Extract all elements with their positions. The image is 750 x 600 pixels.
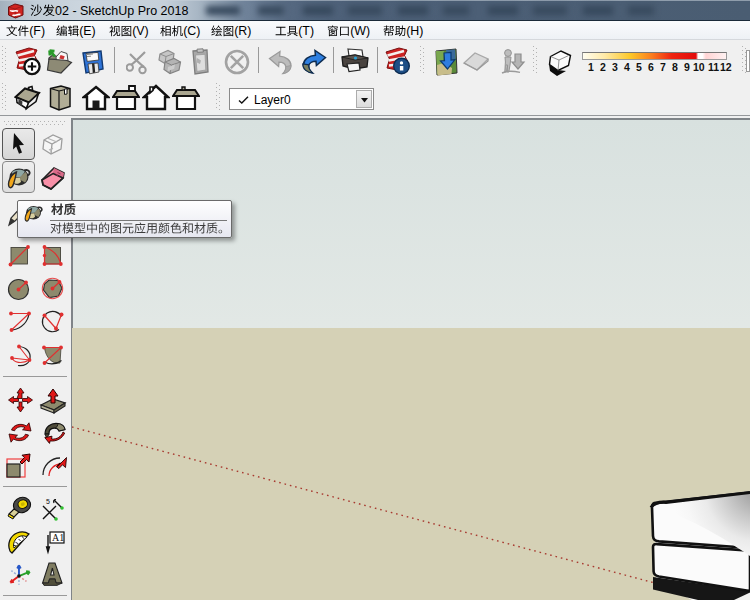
svg-text:(R): (R) [234,24,251,38]
svg-text:(H): (H) [406,24,423,38]
svg-text:(V): (V) [132,24,149,38]
svg-text:(C): (C) [183,24,200,38]
svg-text:(W): (W) [350,24,370,38]
svg-text:(F): (F) [29,24,45,38]
svg-text:5: 5 [46,498,50,505]
svg-text:A1: A1 [52,532,64,543]
svg-text:(E): (E) [79,24,96,38]
svg-text:(T): (T) [298,24,314,38]
svg-text:02 - SketchUp Pro 2018: 02 - SketchUp Pro 2018 [55,4,188,18]
